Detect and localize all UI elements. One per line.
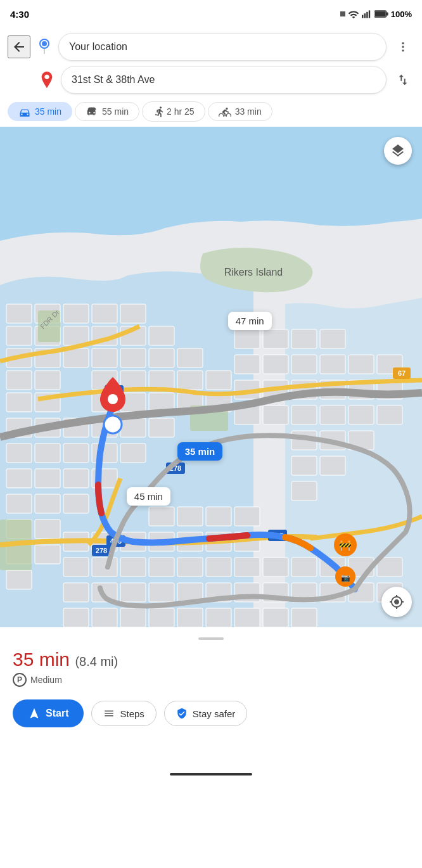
tab-walk-label: 2 hr 25: [167, 106, 195, 117]
map-background: FDR Dr 67 278 278 278 495 495: [0, 127, 422, 627]
locate-me-button[interactable]: [381, 587, 412, 617]
svg-rect-6: [375, 11, 386, 16]
svg-rect-13: [63, 304, 89, 323]
svg-rect-129: [63, 608, 89, 627]
map-container[interactable]: FDR Dr 67 278 278 278 495 495: [0, 127, 422, 627]
notification-dot-icon: [340, 11, 345, 16]
time-bubble-35[interactable]: 35 min: [177, 442, 223, 461]
wifi-icon: [348, 10, 359, 18]
time-bubble-45[interactable]: 45 min: [127, 487, 170, 506]
svg-rect-71: [263, 355, 288, 374]
svg-rect-105: [63, 558, 89, 577]
svg-rect-19: [63, 348, 89, 367]
svg-rect-83: [263, 405, 288, 424]
svg-rect-14: [6, 326, 32, 345]
svg-rect-69: [320, 329, 345, 348]
handle-bar: [198, 637, 224, 640]
map-layers-button[interactable]: [384, 137, 412, 165]
svg-rect-136: [263, 608, 288, 627]
tab-car[interactable]: 35 min: [8, 102, 72, 121]
svg-rect-70: [234, 355, 260, 374]
svg-rect-59: [35, 494, 60, 513]
swap-directions-button[interactable]: [392, 68, 414, 91]
svg-rect-130: [92, 608, 117, 627]
destination-input[interactable]: [61, 66, 387, 94]
svg-rect-91: [291, 456, 317, 475]
svg-rect-115: [120, 583, 146, 602]
svg-rect-3: [369, 10, 370, 18]
svg-rect-53: [120, 444, 146, 463]
svg-text:🚧: 🚧: [339, 539, 352, 551]
svg-rect-11: [6, 304, 32, 323]
stay-safer-button[interactable]: Stay safer: [164, 701, 248, 726]
svg-rect-84: [291, 405, 317, 424]
svg-rect-74: [348, 355, 374, 374]
svg-rect-131: [120, 608, 146, 627]
svg-rect-94: [177, 507, 203, 526]
time-bubble-47[interactable]: 47 min: [228, 312, 272, 330]
svg-rect-116: [149, 583, 174, 602]
svg-rect-28: [149, 326, 174, 345]
svg-rect-73: [320, 355, 345, 374]
svg-rect-65: [6, 570, 32, 589]
tab-transit[interactable]: 55 min: [75, 102, 139, 121]
svg-rect-22: [6, 393, 32, 412]
back-button[interactable]: [8, 35, 30, 58]
svg-point-9: [402, 49, 404, 51]
svg-rect-100: [149, 507, 174, 526]
stay-safer-label: Stay safer: [193, 708, 236, 719]
svg-rect-35: [149, 371, 174, 390]
tab-walk[interactable]: 2 hr 25: [142, 101, 205, 122]
tab-bike-label: 33 min: [235, 106, 262, 117]
origin-row: [8, 33, 414, 61]
locate-icon: [389, 594, 404, 610]
svg-rect-92: [320, 456, 345, 475]
steps-icon: [103, 708, 115, 719]
svg-rect-107: [120, 558, 146, 577]
walk-icon: [153, 106, 163, 117]
svg-rect-93: [291, 482, 317, 501]
svg-rect-25: [120, 304, 146, 323]
svg-rect-37: [206, 371, 231, 390]
parking-info: P Medium: [13, 673, 409, 687]
start-label: Start: [46, 708, 68, 719]
svg-rect-68: [291, 329, 317, 348]
route-distance-value: (8.4 mi): [75, 654, 118, 668]
start-button[interactable]: Start: [13, 699, 84, 727]
steps-button[interactable]: Steps: [91, 701, 156, 726]
svg-rect-86: [348, 405, 374, 424]
status-icons: 100%: [340, 10, 412, 19]
route-time-value: 35 min: [13, 649, 70, 670]
svg-rect-24: [92, 304, 117, 323]
tab-bike[interactable]: 33 min: [208, 102, 272, 121]
svg-rect-133: [177, 608, 203, 627]
svg-rect-34: [120, 371, 146, 390]
svg-text:67: 67: [398, 369, 406, 377]
status-time: 4:30: [10, 9, 29, 20]
home-indicator: [0, 767, 422, 782]
svg-rect-2: [366, 12, 368, 18]
svg-rect-50: [35, 444, 60, 463]
origin-dot: [35, 38, 53, 56]
more-options-button[interactable]: [392, 35, 414, 58]
origin-input[interactable]: [58, 33, 387, 61]
svg-rect-47: [120, 418, 146, 437]
svg-point-155: [108, 394, 118, 404]
tab-transit-label: 55 min: [102, 106, 129, 117]
svg-rect-66: [234, 329, 260, 348]
transport-tabs: 35 min 55 min 2 hr 25 33 min: [0, 99, 422, 127]
svg-rect-48: [149, 418, 174, 437]
destination-row: [8, 66, 414, 94]
svg-rect-113: [63, 583, 89, 602]
svg-rect-85: [320, 405, 345, 424]
parking-label: Medium: [30, 675, 62, 685]
svg-rect-21: [35, 371, 60, 390]
svg-rect-0: [362, 15, 363, 18]
svg-rect-96: [234, 507, 260, 526]
transit-icon: [86, 106, 98, 117]
svg-rect-30: [120, 348, 146, 367]
time-45-label: 45 min: [134, 491, 163, 502]
svg-point-7: [402, 42, 404, 44]
navigation-icon: [28, 707, 41, 720]
svg-rect-55: [35, 469, 60, 488]
